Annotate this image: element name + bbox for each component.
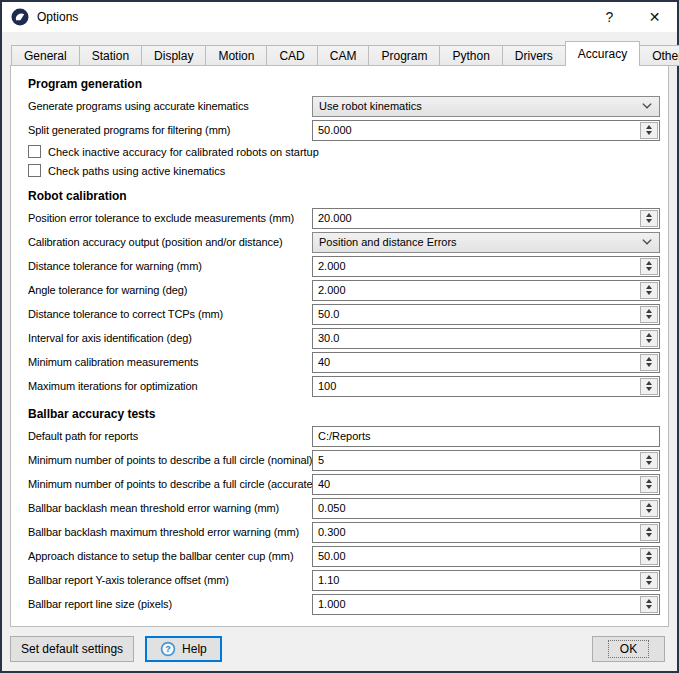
check-paths-active-kinematics-checkbox[interactable] xyxy=(28,164,41,177)
spin-buttons[interactable] xyxy=(640,548,658,565)
ok-button[interactable]: OK xyxy=(592,636,665,662)
robodk-logo-icon xyxy=(11,8,29,26)
spin-buttons[interactable] xyxy=(640,524,658,541)
tab-station[interactable]: Station xyxy=(79,45,142,66)
chevron-down-icon xyxy=(642,239,652,245)
field-label: Minimum number of points to describe a f… xyxy=(28,454,312,466)
combobox-value: Position and distance Errors xyxy=(319,236,642,248)
spinbox-value-input[interactable] xyxy=(313,377,640,396)
spinbox-value-input[interactable] xyxy=(313,547,640,566)
spin-up-icon xyxy=(646,333,652,337)
min-points-circle-nominal-spinbox[interactable] xyxy=(312,450,660,471)
maximum-iterations-optimization-spinbox[interactable] xyxy=(312,376,660,397)
options-dialog: Options ? ✕ General Station Display Moti… xyxy=(0,0,679,673)
set-default-settings-button[interactable]: Set default settings xyxy=(10,636,134,662)
spinbox-value-input[interactable] xyxy=(313,523,640,542)
spinbox-value-input[interactable] xyxy=(313,209,640,228)
tab-python[interactable]: Python xyxy=(439,45,502,66)
tab-cad[interactable]: CAD xyxy=(266,45,317,66)
section-title-program-generation: Program generation xyxy=(28,74,660,94)
distance-tolerance-tcp-spinbox[interactable] xyxy=(312,304,660,325)
split-programs-filtering-spinbox[interactable] xyxy=(312,120,660,141)
spinbox-value-input[interactable] xyxy=(313,475,640,494)
distance-tolerance-warning-spinbox[interactable] xyxy=(312,256,660,277)
form-row: Minimum number of points to describe a f… xyxy=(28,448,660,472)
spin-buttons[interactable] xyxy=(640,500,658,517)
spin-up-icon xyxy=(646,551,652,555)
spin-down-icon xyxy=(646,605,652,609)
angle-tolerance-warning-spinbox[interactable] xyxy=(312,280,660,301)
spinbox-value-input[interactable] xyxy=(313,281,640,300)
titlebar-close-button[interactable]: ✕ xyxy=(632,2,677,32)
field-label: Split generated programs for filtering (… xyxy=(28,124,312,136)
spin-buttons[interactable] xyxy=(640,258,658,275)
spin-buttons[interactable] xyxy=(640,306,658,323)
field-label: Ballbar report line size (pixels) xyxy=(28,598,312,610)
spinbox-value-input[interactable] xyxy=(313,305,640,324)
form-row: Ballbar backlash maximum threshold error… xyxy=(28,520,660,544)
spin-up-icon xyxy=(646,125,652,129)
spin-up-icon xyxy=(646,357,652,361)
spin-down-icon xyxy=(646,219,652,223)
check-inactive-accuracy-checkbox[interactable] xyxy=(28,145,41,158)
spinbox-value-input[interactable] xyxy=(313,121,640,140)
tab-other[interactable]: Other xyxy=(639,45,679,66)
min-points-circle-accurate-spinbox[interactable] xyxy=(312,474,660,495)
tab-motion[interactable]: Motion xyxy=(205,45,267,66)
calibration-accuracy-output-combobox[interactable]: Position and distance Errors xyxy=(312,232,660,253)
generate-programs-kinematics-combobox[interactable]: Use robot kinematics xyxy=(312,96,660,117)
spin-buttons[interactable] xyxy=(640,282,658,299)
spin-buttons[interactable] xyxy=(640,378,658,395)
spin-buttons[interactable] xyxy=(640,122,658,139)
spin-buttons[interactable] xyxy=(640,596,658,613)
spin-buttons[interactable] xyxy=(640,476,658,493)
tab-accuracy[interactable]: Accuracy xyxy=(565,41,640,66)
titlebar-help-button[interactable]: ? xyxy=(587,2,632,32)
spinbox-value-input[interactable] xyxy=(313,451,640,470)
default-path-reports-input[interactable] xyxy=(312,426,660,447)
window-title: Options xyxy=(37,10,78,24)
tab-drivers[interactable]: Drivers xyxy=(502,45,566,66)
position-error-tolerance-spinbox[interactable] xyxy=(312,208,660,229)
form-row: Interval for axis identification (deg) xyxy=(28,326,660,350)
spin-down-icon xyxy=(646,291,652,295)
interval-axis-identification-spinbox[interactable] xyxy=(312,328,660,349)
help-button[interactable]: ? Help xyxy=(145,636,222,662)
checkbox-label: Check paths using active kinematics xyxy=(48,165,225,177)
spin-up-icon xyxy=(646,213,652,217)
approach-distance-center-cup-spinbox[interactable] xyxy=(312,546,660,567)
spin-buttons[interactable] xyxy=(640,452,658,469)
tab-program[interactable]: Program xyxy=(368,45,440,66)
text-input[interactable] xyxy=(313,427,659,446)
spin-buttons[interactable] xyxy=(640,354,658,371)
tab-display[interactable]: Display xyxy=(141,45,206,66)
field-label: Approach distance to setup the ballbar c… xyxy=(28,550,312,562)
ballbar-backlash-mean-spinbox[interactable] xyxy=(312,498,660,519)
spinbox-value-input[interactable] xyxy=(313,595,640,614)
accuracy-tab-page: Program generation Generate programs usi… xyxy=(10,65,669,627)
form-row: Distance tolerance for warning (mm) xyxy=(28,254,660,278)
checkbox-label: Check inactive accuracy for calibrated r… xyxy=(48,146,319,158)
spin-up-icon xyxy=(646,261,652,265)
ballbar-line-size-spinbox[interactable] xyxy=(312,594,660,615)
ballbar-yaxis-tolerance-spinbox[interactable] xyxy=(312,570,660,591)
spin-buttons[interactable] xyxy=(640,210,658,227)
tab-general[interactable]: General xyxy=(11,45,80,66)
form-row: Distance tolerance to correct TCPs (mm) xyxy=(28,302,660,326)
spinbox-value-input[interactable] xyxy=(313,329,640,348)
tab-cam[interactable]: CAM xyxy=(317,45,370,66)
spinbox-value-input[interactable] xyxy=(313,257,640,276)
spinbox-value-input[interactable] xyxy=(313,571,640,590)
spin-buttons[interactable] xyxy=(640,330,658,347)
spin-down-icon xyxy=(646,339,652,343)
spin-down-icon xyxy=(646,485,652,489)
spinbox-value-input[interactable] xyxy=(313,353,640,372)
form-row: Split generated programs for filtering (… xyxy=(28,118,660,142)
spinbox-value-input[interactable] xyxy=(313,499,640,518)
minimum-calibration-measurements-spinbox[interactable] xyxy=(312,352,660,373)
field-label: Position error tolerance to exclude meas… xyxy=(28,212,312,224)
form-row: Position error tolerance to exclude meas… xyxy=(28,206,660,230)
form-row: Ballbar report Y-axis tolerance offset (… xyxy=(28,568,660,592)
spin-buttons[interactable] xyxy=(640,572,658,589)
ballbar-backlash-max-spinbox[interactable] xyxy=(312,522,660,543)
